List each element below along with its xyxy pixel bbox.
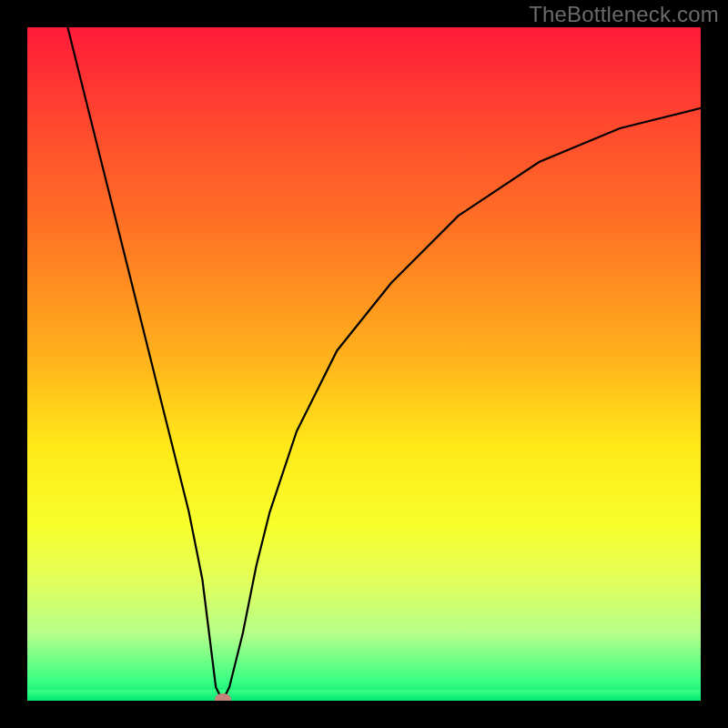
chart-canvas: TheBottleneck.com <box>0 0 728 728</box>
watermark-text: TheBottleneck.com <box>529 2 719 27</box>
minimum-marker <box>215 693 231 701</box>
plot-area <box>27 27 701 701</box>
bottleneck-curve <box>27 27 701 701</box>
